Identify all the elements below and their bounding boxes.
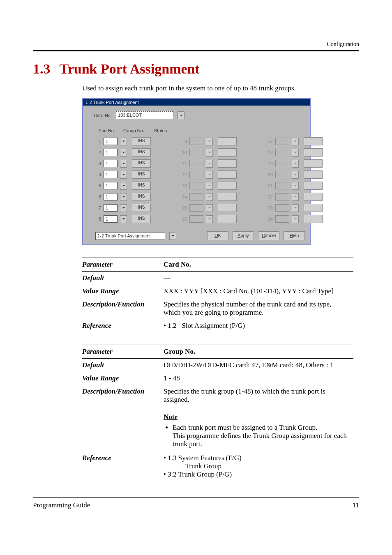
group-no-input[interactable]: 1 [104, 215, 118, 223]
group-dropdown-button[interactable] [120, 138, 127, 145]
status-button [218, 137, 237, 145]
chevron-down-icon [208, 217, 211, 221]
status-button [218, 182, 237, 190]
status-button [218, 170, 237, 179]
apply-button-rest: pply [241, 233, 249, 238]
page-category: Configuration [33, 41, 359, 51]
group-no-input[interactable]: 1 [104, 138, 118, 145]
group-dropdown-button[interactable] [120, 193, 127, 201]
group-no-input [275, 149, 289, 156]
group-no-input[interactable]: 1 [104, 193, 118, 200]
port-column-c: 1718192021222324 [265, 137, 323, 223]
port-row: 11 [180, 159, 237, 168]
status-button [304, 193, 323, 201]
status-button[interactable]: INS [132, 182, 151, 190]
port-row: 18 [265, 148, 323, 157]
port-number: 12 [180, 172, 187, 177]
group-dropdown-button [206, 193, 213, 201]
group-no-input [275, 138, 289, 145]
group-dropdown-button [292, 149, 299, 157]
cancel-button[interactable]: Cancel [258, 231, 279, 240]
group-dropdown-button [206, 215, 213, 223]
port-row: 61INS [94, 193, 151, 201]
port-row: 9 [180, 137, 237, 145]
nav-combo[interactable]: 1-2 Trunk Port Assignment [95, 232, 165, 240]
status-button [304, 137, 323, 145]
group-dropdown-button [292, 182, 299, 190]
columns-header: Port No. Group No. Status [94, 128, 304, 133]
group-no-input [189, 193, 203, 200]
group-no-input[interactable]: 1 [104, 182, 118, 189]
group-no-input [189, 204, 203, 212]
group-no-input[interactable]: 1 [104, 204, 118, 212]
parameter-table-card-no: ParameterCard No. Default— Value RangeXX… [82, 258, 353, 332]
port-number: 8 [94, 216, 101, 221]
port-number: 11 [180, 161, 187, 166]
chevron-down-icon [208, 206, 211, 210]
status-button [218, 159, 237, 168]
card-no-dropdown-button[interactable] [178, 111, 184, 119]
port-number: 10 [180, 150, 187, 155]
status-button[interactable]: INS [132, 193, 151, 201]
port-number: 17 [265, 139, 273, 144]
port-row: 21 [265, 182, 323, 190]
status-button[interactable]: INS [132, 170, 151, 179]
group-dropdown-button [292, 215, 299, 223]
section-lead: Used to assign each trunk port in the sy… [82, 84, 359, 92]
chevron-down-icon [294, 195, 297, 198]
port-row: 24 [265, 215, 323, 223]
group-dropdown-button[interactable] [120, 215, 127, 223]
chevron-down-icon [208, 184, 211, 187]
page-footer: Programming Guide 11 [33, 497, 359, 509]
chevron-down-icon [208, 140, 211, 143]
group-no-input [275, 160, 289, 167]
help-button[interactable]: Help [284, 231, 305, 240]
status-button [218, 148, 237, 157]
group-dropdown-button[interactable] [120, 182, 127, 190]
port-number: 6 [94, 194, 101, 199]
port-row: 19 [265, 159, 323, 168]
apply-button[interactable]: Apply [233, 231, 254, 240]
group-no-input[interactable]: 1 [104, 171, 118, 178]
status-button [218, 193, 237, 201]
port-row: 16 [180, 215, 237, 223]
chevron-down-icon [294, 173, 297, 176]
ok-button[interactable]: OK [207, 231, 228, 240]
group-dropdown-button[interactable] [120, 149, 127, 157]
port-number: 15 [180, 205, 187, 210]
status-button[interactable]: INS [132, 137, 151, 145]
status-button[interactable]: INS [132, 148, 151, 157]
port-number: 22 [265, 194, 273, 199]
port-number: 1 [94, 139, 101, 144]
port-row: 10 [180, 148, 237, 157]
window-titlebar: 1-2 Trunk Port Assignment [83, 99, 310, 106]
chevron-down-icon [294, 206, 297, 210]
group-no-input[interactable]: 1 [104, 160, 118, 167]
port-number: 18 [265, 150, 273, 155]
port-number: 19 [265, 161, 273, 166]
port-row: 41INS [94, 170, 151, 179]
status-button[interactable]: INS [132, 215, 151, 223]
status-button[interactable]: INS [132, 204, 151, 212]
chevron-down-icon [122, 173, 125, 176]
chevron-down-icon [171, 234, 175, 237]
port-number: 23 [265, 205, 273, 210]
group-no-input[interactable]: 1 [104, 149, 118, 156]
group-dropdown-button[interactable] [120, 171, 127, 179]
port-number: 21 [265, 183, 273, 188]
status-button [304, 159, 323, 168]
status-button[interactable]: INS [132, 159, 151, 168]
note-list: Each trunk port must be assigned to a Tr… [164, 424, 350, 448]
chevron-down-icon [208, 173, 211, 176]
port-row: 11INS [94, 137, 151, 145]
chevron-down-icon [122, 195, 125, 198]
group-dropdown-button[interactable] [120, 204, 127, 212]
chevron-down-icon [122, 206, 125, 210]
group-dropdown-button[interactable] [120, 160, 127, 168]
status-button [304, 182, 323, 190]
nav-dropdown-button[interactable] [169, 232, 176, 240]
chevron-down-icon [208, 195, 211, 198]
card-no-input[interactable]: 103:ELCOT [116, 111, 173, 119]
port-number: 24 [265, 216, 273, 221]
parameter-table-group-no: ParameterGroup No. DefaultDID/DID-2W/DID… [82, 345, 353, 481]
